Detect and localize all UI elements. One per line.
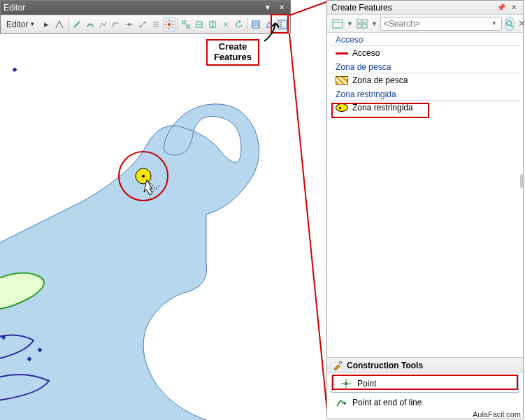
construction-tool-point-end-line[interactable]: Point at end of line [327,394,523,411]
editor-menu-button[interactable]: Editor ▼ [2,17,39,31]
scrollbar-thumb[interactable] [520,174,524,188]
caret-down-icon[interactable]: ▼ [347,20,353,27]
edit-annotation[interactable] [53,17,66,31]
svg-rect-34 [278,20,287,29]
midpoint[interactable] [123,17,136,31]
arc-segment[interactable] [84,17,96,31]
template-zona-pesca[interactable]: Zona de pesca [330,73,520,87]
filter-templates-icon[interactable] [356,17,368,31]
endpoint[interactable] [136,17,149,31]
templates-list: Acceso Acceso Zona de pesca Zona de pesc… [327,33,523,357]
create-features-btn[interactable] [276,17,289,31]
callout-text: Create Features [208,42,258,63]
group-header-pesca: Zona de pesca [330,60,520,73]
edit-tool[interactable]: ▸ [40,17,52,31]
construction-tool-label: Point at end of line [352,398,422,407]
svg-point-16 [168,23,171,26]
rotate-tool[interactable] [233,17,245,31]
close-icon[interactable]: ✕ [509,3,519,11]
svg-point-9 [128,23,131,26]
group-header-restringida: Zona restringida [330,87,520,101]
construction-tools-section: Construction Tools Point Point at end of… [327,357,523,419]
editor-title: Editor [3,3,25,13]
construction-tool-point[interactable]: Point [331,375,519,393]
svg-rect-45 [363,24,367,28]
editor-toolbar: Editor ▼ ▸ [1,15,290,33]
split-tool[interactable] [220,17,232,31]
svg-point-6 [142,175,145,178]
sketch-props[interactable] [263,17,275,31]
editor-dropdown-icon[interactable]: ▼ [262,3,273,13]
svg-line-24 [171,21,173,22]
group-header-acceso: Acceso [330,33,520,46]
template-label: Zona restringida [352,103,413,113]
point-swatch-icon [336,103,348,112]
template-label: Zona de pesca [352,75,408,85]
svg-line-22 [171,27,173,28]
cut-polygons[interactable] [206,17,219,31]
organize-templates-icon[interactable] [331,17,344,31]
tools-icon [333,361,343,370]
separator [68,18,69,31]
caret-down-icon[interactable]: ▼ [371,20,377,27]
construction-tool-label: Point [357,379,376,389]
svg-rect-37 [280,26,282,27]
svg-rect-44 [357,24,361,28]
edit-vertices[interactable] [180,17,192,31]
watermark: AulaFacil.com [473,410,521,419]
svg-rect-36 [280,24,282,25]
construction-tools-label: Construction Tools [347,361,423,370]
pin-icon[interactable]: 📌 [496,3,506,11]
polygon-swatch-icon [336,76,348,85]
create-features-titlebar: Create Features 📌 ✕ [327,1,523,15]
template-search[interactable]: ▼ [380,17,502,31]
svg-line-47 [511,25,513,27]
trace[interactable] [97,17,110,31]
svg-line-21 [166,21,167,22]
construction-tools-title: Construction Tools [327,358,523,373]
svg-point-46 [506,20,511,25]
svg-line-23 [166,27,167,28]
caret-down-icon[interactable]: ▼ [490,20,498,27]
caret-down-icon: ▼ [29,21,35,27]
map-canvas[interactable] [0,33,294,420]
svg-line-7 [74,22,80,27]
template-zona-restringida[interactable]: Zona restringida [330,101,520,115]
clear-search-icon[interactable]: ✕ [517,17,525,31]
editor-panel: Editor ▼ ✕ Editor ▼ ▸ [0,0,291,34]
svg-line-38 [289,1,328,15]
svg-rect-40 [333,20,343,28]
separator [178,18,178,31]
reshape[interactable] [193,17,206,31]
point-icon [340,378,352,389]
svg-rect-31 [252,21,259,28]
line-swatch-icon [336,52,348,55]
svg-rect-43 [363,20,367,23]
separator [247,18,248,31]
create-features-toolbar: ▼ ▼ ▼ ✕ [327,15,523,33]
callout-create-features: Create Features [206,39,259,66]
svg-rect-42 [357,20,361,23]
create-features-panel: Create Features 📌 ✕ ▼ ▼ ▼ ✕ Acceso Acces… [326,0,524,419]
svg-point-54 [343,402,346,405]
attributes[interactable] [250,17,263,31]
create-features-title: Create Features [331,3,392,13]
svg-line-12 [141,22,145,27]
template-label: Acceso [352,48,380,58]
line-end-icon [336,397,347,408]
editor-titlebar: Editor ▼ ✕ [1,1,290,15]
search-icon[interactable] [505,17,515,31]
template-acceso[interactable]: Acceso [330,46,520,60]
distance-distance[interactable] [150,17,162,31]
svg-point-48 [339,361,342,364]
svg-rect-26 [187,25,189,28]
svg-rect-35 [280,22,282,23]
straight-segment[interactable] [71,17,83,31]
right-angle[interactable] [110,17,122,31]
editor-close-icon[interactable]: ✕ [276,3,287,13]
svg-rect-0 [12,67,17,72]
svg-rect-49 [345,382,347,385]
point-tool[interactable] [163,17,175,31]
search-input[interactable] [382,18,490,29]
svg-rect-25 [182,21,185,24]
